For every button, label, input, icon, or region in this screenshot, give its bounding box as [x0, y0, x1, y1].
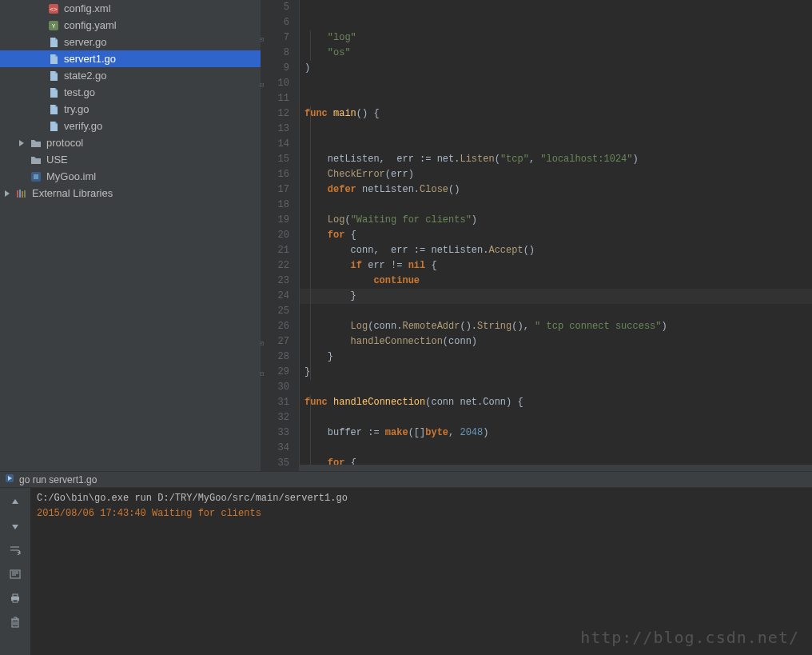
folder-protocol[interactable]: protocol: [0, 134, 261, 151]
line-number: 26: [261, 319, 289, 334]
line-number: 12: [261, 106, 289, 122]
line-number: 30: [261, 380, 289, 395]
file-label: servert1.go: [64, 53, 116, 65]
line-number: 10⊟: [261, 76, 289, 91]
svg-rect-5: [34, 174, 38, 179]
line-number: 28: [261, 349, 289, 365]
folder-MyGoo.iml[interactable]: MyGoo.iml: [0, 168, 261, 185]
svg-text:Y: Y: [52, 23, 56, 29]
code-line[interactable]: [300, 122, 812, 137]
file-verify.go[interactable]: verify.go: [0, 118, 261, 134]
line-number: 23: [261, 274, 289, 289]
print-icon[interactable]: [6, 590, 24, 606]
code-line[interactable]: "os": [300, 46, 812, 61]
line-number: 27⊡: [261, 334, 289, 349]
line-number: 13: [261, 122, 289, 137]
file-icon: [48, 104, 59, 115]
code-body[interactable]: "log" "os")func main() { netListen, err …: [300, 0, 812, 471]
line-gutter: 567⊡8910⊟1112131415161718192021222324252…: [261, 0, 300, 471]
scroll-to-end-icon[interactable]: [6, 566, 24, 582]
code-line[interactable]: }: [300, 349, 812, 365]
code-editor[interactable]: 567⊡8910⊟1112131415161718192021222324252…: [261, 0, 812, 471]
clear-icon[interactable]: [6, 614, 24, 630]
file-label: config.yaml: [64, 19, 117, 31]
external-libraries-label: External Libraries: [32, 187, 113, 199]
line-number: 6: [261, 15, 289, 30]
line-number: 15: [261, 152, 289, 167]
run-tab[interactable]: go run servert1.go: [0, 471, 812, 487]
code-line[interactable]: defer netListen.Close(): [300, 182, 812, 198]
code-line[interactable]: [300, 91, 812, 106]
line-number: 22: [261, 258, 289, 274]
code-line[interactable]: handleConnection(conn): [300, 334, 812, 349]
line-number: 18: [261, 198, 289, 213]
chevron-right-icon: [18, 140, 26, 146]
code-line[interactable]: "log": [300, 30, 812, 46]
code-line[interactable]: [300, 137, 812, 152]
code-line[interactable]: Log("Waiting for clients"): [300, 213, 812, 228]
horizontal-scrollbar[interactable]: [300, 465, 812, 471]
file-server.go[interactable]: server.go: [0, 34, 261, 50]
line-number: 24: [261, 289, 289, 304]
line-number: 9: [261, 61, 289, 76]
svg-rect-6: [17, 190, 18, 198]
file-icon: [48, 54, 59, 65]
svg-rect-8: [22, 191, 23, 198]
file-state2.go[interactable]: state2.go: [0, 67, 261, 84]
code-line[interactable]: if err != nil {: [300, 258, 812, 274]
file-icon: [48, 87, 59, 98]
code-line[interactable]: conn, err := netListen.Accept(): [300, 243, 812, 258]
code-line[interactable]: continue: [300, 274, 812, 289]
file-icon: [48, 37, 59, 48]
file-config.xml[interactable]: <>config.xml: [0, 0, 261, 17]
console-line: 2015/08/06 17:43:40 Waiting for clients: [37, 506, 806, 521]
project-tree[interactable]: <>config.xmlYconfig.yamlserver.goservert…: [0, 0, 261, 471]
watermark: http://blog.csdn.net/: [580, 630, 799, 645]
line-number: 25: [261, 304, 289, 319]
file-icon: [48, 121, 59, 132]
code-line[interactable]: buffer := make([]byte, 2048): [300, 425, 812, 441]
line-number: 31: [261, 395, 289, 410]
code-line[interactable]: }: [300, 365, 812, 380]
code-line[interactable]: }: [300, 289, 812, 304]
line-number: 35: [261, 456, 289, 471]
folder-USE[interactable]: USE: [0, 151, 261, 168]
code-line[interactable]: netListen, err := net.Listen("tcp", "loc…: [300, 152, 812, 167]
code-line[interactable]: [300, 380, 812, 395]
file-try.go[interactable]: try.go: [0, 101, 261, 118]
line-number: 19: [261, 213, 289, 228]
console-down-icon[interactable]: [6, 518, 24, 534]
code-line[interactable]: func main() {: [300, 106, 812, 122]
file-label: try.go: [64, 103, 90, 115]
file-label: state2.go: [64, 70, 107, 82]
file-servert1.go[interactable]: servert1.go: [0, 50, 261, 67]
code-line[interactable]: CheckError(err): [300, 167, 812, 182]
console-toolbar: [0, 488, 30, 655]
file-test.go[interactable]: test.go: [0, 84, 261, 101]
chevron-right-icon: [3, 190, 11, 197]
line-number: 16: [261, 167, 289, 182]
code-line[interactable]: [300, 198, 812, 213]
code-line[interactable]: ): [300, 61, 812, 76]
code-line[interactable]: [300, 76, 812, 91]
code-line[interactable]: Log(conn.RemoteAddr().String(), " tcp co…: [300, 319, 812, 334]
code-line[interactable]: [300, 441, 812, 456]
code-line[interactable]: func handleConnection(conn net.Conn) {: [300, 395, 812, 410]
line-number: 21: [261, 243, 289, 258]
svg-rect-7: [19, 190, 21, 198]
code-line[interactable]: [300, 304, 812, 319]
line-number: 20: [261, 228, 289, 243]
line-number: 17: [261, 182, 289, 198]
code-line[interactable]: [300, 410, 812, 425]
soft-wrap-icon[interactable]: [6, 542, 24, 558]
line-number: 8: [261, 46, 289, 61]
code-line[interactable]: for {: [300, 228, 812, 243]
line-number: 5: [261, 0, 289, 15]
console-up-icon[interactable]: [6, 494, 24, 510]
line-number: 32: [261, 410, 289, 425]
file-config.yaml[interactable]: Yconfig.yaml: [0, 17, 261, 34]
console-output[interactable]: C:/Go\bin\go.exe run D:/TRY/MyGoo/src/ma…: [30, 488, 812, 655]
folder-label: USE: [46, 154, 68, 166]
external-libraries[interactable]: External Libraries: [0, 185, 261, 202]
library-icon: [16, 188, 27, 199]
